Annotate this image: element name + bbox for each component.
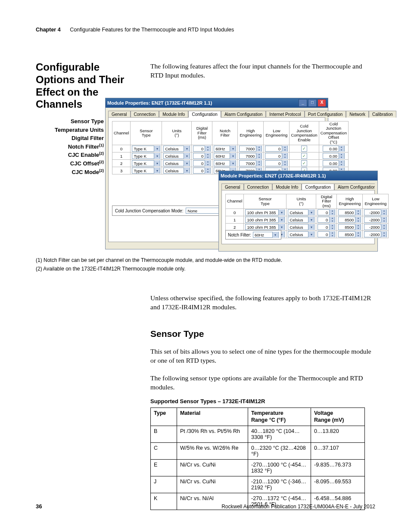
channel-cell: 0 bbox=[226, 209, 244, 216]
dropdown[interactable]: Type K▾ bbox=[132, 160, 160, 166]
dropdown[interactable]: Celsius▾ bbox=[288, 231, 314, 237]
dropdown[interactable]: Celsius▾ bbox=[163, 168, 190, 174]
spinner[interactable]: 0▴▾ bbox=[318, 209, 335, 215]
column-header: LowEngineering bbox=[264, 121, 290, 145]
dropdown[interactable]: Type K▾ bbox=[132, 146, 160, 152]
spinner[interactable]: 7000▴▾ bbox=[239, 160, 262, 166]
column-header: Channel bbox=[112, 121, 131, 145]
cell: -270…1000 °C (-454…1832 °F) bbox=[248, 460, 311, 476]
spinner[interactable]: 0▴▾ bbox=[265, 153, 288, 159]
dropdown[interactable]: 60Hz▾ bbox=[214, 146, 236, 152]
spinner[interactable]: -2000▴▾ bbox=[364, 209, 387, 215]
dropdown[interactable]: 60Hz▾ bbox=[214, 160, 236, 166]
spinner[interactable]: 0.00▴▾ bbox=[323, 153, 345, 159]
minimize-icon[interactable]: _ bbox=[299, 99, 307, 107]
spinner[interactable]: -2000▴▾ bbox=[364, 217, 387, 223]
dropdown[interactable]: 100 ohm Pt 385▾ bbox=[245, 217, 285, 223]
spinner[interactable]: 0.00▴▾ bbox=[323, 160, 345, 166]
cell: 0…13.820 bbox=[311, 426, 365, 443]
spinner[interactable]: 8500▴▾ bbox=[338, 231, 361, 237]
spinner[interactable]: 0▴▾ bbox=[318, 217, 335, 223]
tab-configuration[interactable]: Configuration bbox=[302, 184, 334, 190]
dropdown[interactable]: Celsius▾ bbox=[288, 224, 314, 230]
maximize-icon[interactable]: □ bbox=[308, 99, 317, 107]
checkbox[interactable]: ✓ bbox=[301, 153, 307, 159]
chevron-down-icon: ▾ bbox=[308, 231, 314, 237]
chevron-down-icon: ▾ bbox=[230, 153, 236, 159]
paragraph: Unless otherwise specified, the followin… bbox=[150, 294, 374, 312]
cell: Ni/Cr vs. Cu/Ni bbox=[177, 476, 248, 493]
notch-filter-label: Notch Filter: bbox=[228, 233, 251, 237]
cell: Ni/Cr vs. Cu/Ni bbox=[177, 460, 248, 476]
dropdown[interactable]: 100 ohm Pt 385▾ bbox=[245, 209, 285, 215]
tab-alarm-configuration[interactable]: Alarm Configuration bbox=[334, 184, 375, 190]
spinner[interactable]: 8500▴▾ bbox=[338, 209, 361, 215]
spinner[interactable]: 8500▴▾ bbox=[338, 224, 361, 230]
dialog-tabs: GeneralConnectionModule InfoConfiguratio… bbox=[108, 110, 325, 117]
chevron-down-icon: ▾ bbox=[308, 217, 314, 223]
chevron-down-icon: ▾ bbox=[184, 153, 190, 159]
column-header: SensorType bbox=[131, 121, 162, 145]
tab-module-info[interactable]: Module Info bbox=[272, 184, 302, 190]
column-header: HighEngineering bbox=[337, 194, 363, 209]
dialog-titlebar: Module Properties: EN2T (1732E-IR4IM12R … bbox=[219, 171, 377, 180]
tab-alarm-configuration[interactable]: Alarm Configuration bbox=[221, 111, 266, 118]
spinner[interactable]: 0▴▾ bbox=[265, 160, 288, 166]
spinner[interactable]: 8500▴▾ bbox=[338, 217, 361, 223]
spinner[interactable]: 0▴▾ bbox=[318, 224, 335, 230]
spinner[interactable]: 0▴▾ bbox=[193, 160, 211, 166]
channel-cell: 1 bbox=[226, 216, 244, 224]
dropdown[interactable]: Celsius▾ bbox=[163, 153, 190, 159]
spinner[interactable]: 0▴▾ bbox=[265, 146, 288, 152]
column-header: Units(°) bbox=[162, 121, 192, 145]
dialog-tabs: GeneralConnectionModule InfoConfiguratio… bbox=[221, 183, 375, 190]
tab-port-configuration[interactable]: Port Configuration bbox=[305, 111, 346, 118]
spinner[interactable]: 0▴▾ bbox=[318, 231, 335, 237]
paragraph: The following sensor type options are av… bbox=[150, 374, 379, 392]
spinner[interactable]: 0▴▾ bbox=[193, 146, 211, 152]
spinner[interactable]: 0.00▴▾ bbox=[323, 146, 345, 152]
dropdown[interactable]: Celsius▾ bbox=[163, 146, 190, 152]
cell: J bbox=[151, 476, 177, 493]
dialog-title: Module Properties: EN2T (1732E-IT4IM12R … bbox=[107, 100, 212, 106]
tab-configuration[interactable]: Configuration bbox=[188, 111, 221, 118]
spinner[interactable]: -2000▴▾ bbox=[364, 224, 387, 230]
chevron-down-icon: ▾ bbox=[230, 146, 236, 152]
dropdown[interactable]: Celsius▾ bbox=[288, 209, 314, 215]
tab-connection[interactable]: Connection bbox=[244, 184, 273, 190]
spinner[interactable]: -2000▴▾ bbox=[364, 231, 387, 237]
dropdown[interactable]: Type K▾ bbox=[132, 168, 160, 174]
table-row: 0100 ohm Pt 385▾Celsius▾0▴▾8500▴▾-2000▴▾ bbox=[226, 209, 389, 216]
chevron-down-icon: ▾ bbox=[278, 224, 284, 230]
checkbox[interactable]: ✓ bbox=[301, 146, 307, 152]
chevron-down-icon: ▾ bbox=[154, 146, 160, 152]
checkbox[interactable]: ✓ bbox=[301, 160, 307, 166]
spinner[interactable]: 7000▴▾ bbox=[239, 146, 262, 152]
tab-network[interactable]: Network bbox=[346, 111, 369, 118]
close-icon[interactable]: X bbox=[318, 99, 326, 107]
notch-filter-row: Notch Filter: 60Hz ▾ bbox=[225, 230, 281, 240]
tab-calibration[interactable]: Calibration bbox=[369, 111, 396, 118]
column-header: ColdJunctionCompensationEnable bbox=[290, 121, 319, 145]
table-row: CW/5% Re vs. W/26% Re0…2320 °C (32…4208 … bbox=[151, 443, 365, 460]
subsection-heading: Sensor Type bbox=[150, 329, 204, 339]
tab-internet-protocol[interactable]: Internet Protocol bbox=[266, 111, 304, 118]
spinner[interactable]: 0▴▾ bbox=[193, 153, 211, 159]
dialog-title: Module Properties: EN2T (1732E-IR4IM12R … bbox=[221, 173, 326, 178]
tab-connection[interactable]: Connection bbox=[131, 111, 159, 118]
column-header: HighEngineering bbox=[238, 121, 264, 145]
column-header: NotchFilter bbox=[212, 121, 238, 145]
spinner[interactable]: 7000▴▾ bbox=[239, 153, 262, 159]
dropdown[interactable]: 60Hz▾ bbox=[214, 153, 236, 159]
dropdown[interactable]: Type K▾ bbox=[132, 153, 160, 159]
tab-general[interactable]: General bbox=[108, 111, 131, 118]
tab-general[interactable]: General bbox=[221, 184, 244, 190]
callout-labels: Sensor Type Temperature Units Digital Fi… bbox=[41, 117, 104, 177]
dropdown[interactable]: 100 ohm Pt 385▾ bbox=[245, 224, 285, 230]
notch-filter-select[interactable]: 60Hz ▾ bbox=[253, 232, 279, 238]
cell: K bbox=[151, 493, 177, 510]
dropdown[interactable]: Celsius▾ bbox=[163, 160, 190, 166]
tab-module-info[interactable]: Module Info bbox=[159, 111, 188, 118]
dropdown[interactable]: Celsius▾ bbox=[288, 217, 314, 223]
spinner[interactable]: 0▴▾ bbox=[193, 168, 211, 174]
